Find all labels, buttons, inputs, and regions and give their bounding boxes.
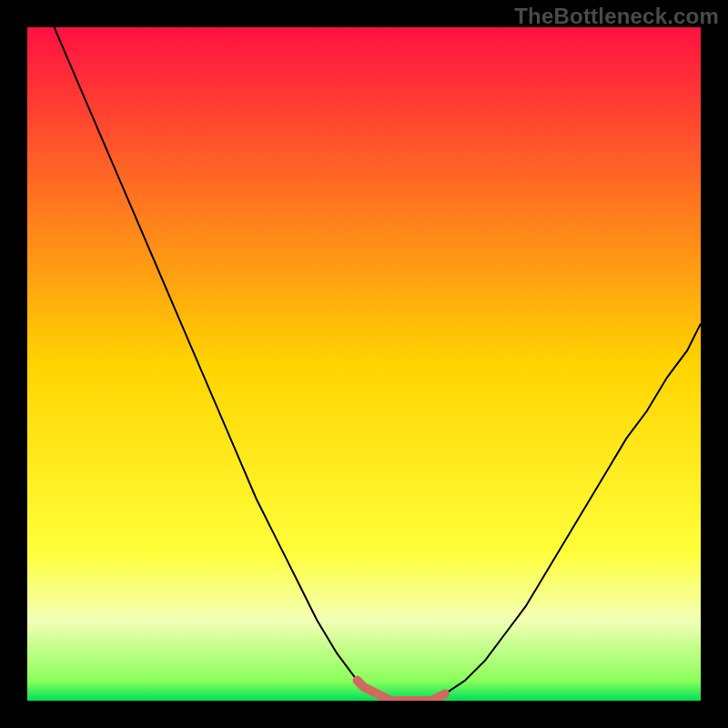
chart-svg bbox=[27, 27, 701, 701]
chart-frame: TheBottleneck.com bbox=[0, 0, 728, 728]
watermark-text: TheBottleneck.com bbox=[514, 4, 719, 29]
gradient-background bbox=[27, 27, 701, 701]
plot-area bbox=[27, 27, 701, 701]
